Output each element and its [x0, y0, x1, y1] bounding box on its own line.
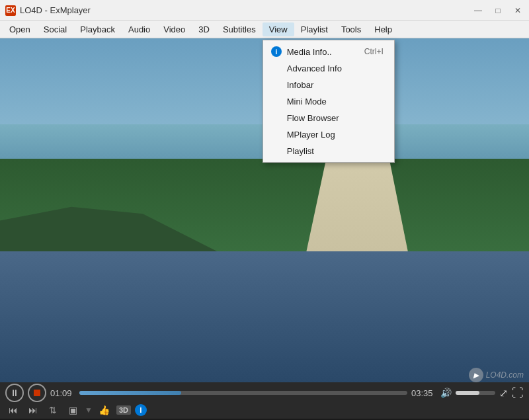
close-button[interactable]: ✕ — [509, 3, 526, 18]
menu-subtitles[interactable]: Subtitles — [216, 22, 263, 36]
menu-view[interactable]: View i Media Info.. Ctrl+I Advanced Info… — [263, 22, 294, 36]
dropdown-item-advanced-info[interactable]: Advanced Info — [263, 60, 394, 77]
menu-bar: Open Social Playback Audio Video 3D Subt… — [0, 21, 529, 38]
infobar-label: Infobar — [287, 80, 313, 90]
view-button[interactable]: ▣ — [65, 402, 81, 418]
menu-social[interactable]: Social — [37, 22, 73, 36]
window-controls: — □ ✕ — [469, 3, 526, 18]
menu-tools[interactable]: Tools — [335, 22, 368, 36]
dropdown-item-playlist[interactable]: Playlist — [263, 143, 394, 159]
volume-bar[interactable] — [456, 391, 495, 395]
menu-video[interactable]: Video — [157, 22, 192, 36]
watermark: ▶ LO4D.com — [469, 368, 524, 382]
menu-playback[interactable]: Playback — [73, 22, 122, 36]
controls-bar: ⏸ 01:09 03:35 🔊 ⤢ ⛶ ⏮ ⏭ ⇅ ▣ ▼ 👍 3D — [0, 382, 529, 419]
eq-button[interactable]: ⇅ — [45, 402, 61, 418]
dropdown-item-flow-browser[interactable]: Flow Browser — [263, 110, 394, 126]
progress-fill — [79, 391, 181, 395]
window-title: LO4D - ExMplayer — [20, 5, 91, 15]
stop-icon — [34, 390, 40, 396]
media-info-label: Media Info.. — [287, 47, 332, 57]
info-badge-icon: i — [140, 405, 142, 415]
fullscreen-icon[interactable]: ⤢ — [499, 387, 508, 399]
menu-open[interactable]: Open — [3, 22, 37, 36]
watermark-text: LO4D.com — [486, 370, 524, 380]
total-time: 03:35 — [411, 388, 436, 398]
dropdown-item-media-info[interactable]: i Media Info.. Ctrl+I — [263, 43, 394, 60]
dropdown-item-mini-mode[interactable]: Mini Mode — [263, 93, 394, 110]
mplayer-log-label: MPlayer Log — [287, 130, 335, 140]
title-bar: EX LO4D - ExMplayer — □ ✕ — [0, 0, 529, 21]
advanced-info-label: Advanced Info — [287, 63, 342, 73]
info-icon: i — [271, 46, 282, 57]
mini-mode-label: Mini Mode — [287, 97, 327, 106]
expand-icon[interactable]: ⛶ — [512, 386, 524, 400]
menu-3d[interactable]: 3D — [192, 22, 216, 36]
controls-row1: ⏸ 01:09 03:35 🔊 ⤢ ⛶ — [5, 385, 524, 401]
playlist-label: Playlist — [287, 146, 314, 156]
pause-button[interactable]: ⏸ — [5, 384, 24, 402]
volume-icon[interactable]: 🔊 — [440, 388, 452, 398]
media-info-shortcut: Ctrl+I — [364, 47, 384, 56]
view-dropdown: i Media Info.. Ctrl+I Advanced Info Info… — [263, 40, 395, 163]
info-badge-button[interactable]: i — [135, 404, 147, 416]
3d-badge[interactable]: 3D — [116, 405, 131, 415]
scene-water — [0, 251, 529, 382]
controls-row2: ⏮ ⏭ ⇅ ▣ ▼ 👍 3D i — [5, 402, 524, 418]
menu-playlist[interactable]: Playlist — [294, 22, 335, 36]
prev-button[interactable]: ⏮ — [5, 402, 21, 418]
app-icon: EX — [5, 5, 16, 16]
dropdown-item-mplayer-log[interactable]: MPlayer Log — [263, 126, 394, 143]
next-button[interactable]: ⏭ — [25, 402, 41, 418]
progress-bar[interactable] — [79, 391, 407, 395]
minimize-button[interactable]: — — [469, 3, 487, 18]
like-button[interactable]: 👍 — [97, 402, 112, 418]
menu-help[interactable]: Help — [368, 22, 399, 36]
dropdown-arrow[interactable]: ▼ — [85, 405, 93, 415]
menu-audio[interactable]: Audio — [122, 22, 157, 36]
current-time: 01:09 — [50, 388, 75, 398]
watermark-icon: ▶ — [469, 368, 483, 382]
stop-button[interactable] — [28, 384, 46, 402]
volume-fill — [456, 391, 479, 395]
flow-browser-label: Flow Browser — [287, 113, 339, 123]
dropdown-item-infobar[interactable]: Infobar — [263, 77, 394, 93]
maximize-button[interactable]: □ — [489, 3, 507, 18]
